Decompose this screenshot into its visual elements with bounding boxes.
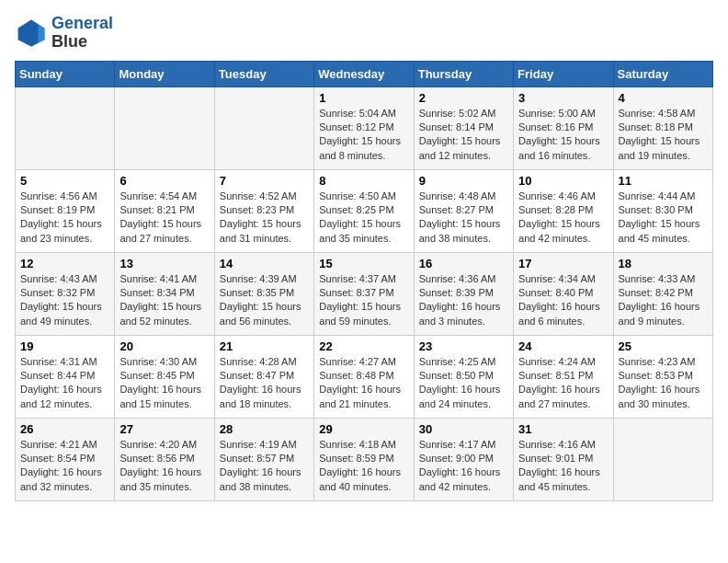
day-header-friday: Friday [514,61,613,86]
calendar-cell: 25Sunrise: 4:23 AM Sunset: 8:53 PM Dayli… [613,335,712,418]
day-info: Sunrise: 4:39 AM Sunset: 8:35 PM Dayligh… [220,272,309,329]
day-info: Sunrise: 5:02 AM Sunset: 8:14 PM Dayligh… [419,107,508,164]
calendar-cell: 1Sunrise: 5:04 AM Sunset: 8:12 PM Daylig… [314,86,414,169]
calendar-cell: 28Sunrise: 4:19 AM Sunset: 8:57 PM Dayli… [214,418,313,500]
day-number: 29 [319,422,408,436]
calendar-cell: 9Sunrise: 4:48 AM Sunset: 8:27 PM Daylig… [414,169,513,252]
day-info: Sunrise: 4:30 AM Sunset: 8:45 PM Dayligh… [119,355,209,412]
logo-icon [15,17,48,50]
day-header-thursday: Thursday [414,61,513,86]
day-number: 3 [518,91,608,105]
day-info: Sunrise: 4:46 AM Sunset: 8:28 PM Dayligh… [518,190,608,247]
day-info: Sunrise: 4:25 AM Sunset: 8:50 PM Dayligh… [419,355,508,412]
day-number: 19 [20,339,109,353]
day-info: Sunrise: 4:24 AM Sunset: 8:51 PM Dayligh… [518,355,608,412]
calendar-cell: 2Sunrise: 5:02 AM Sunset: 8:14 PM Daylig… [414,86,513,169]
day-info: Sunrise: 4:27 AM Sunset: 8:48 PM Dayligh… [319,355,408,412]
page-header: GeneralBlue [15,15,713,52]
calendar-cell: 18Sunrise: 4:33 AM Sunset: 8:42 PM Dayli… [613,252,712,335]
calendar-week-3: 12Sunrise: 4:43 AM Sunset: 8:32 PM Dayli… [16,252,713,335]
day-number: 17 [518,257,608,270]
day-number: 16 [419,257,508,270]
day-number: 25 [619,339,708,353]
calendar-cell: 10Sunrise: 4:46 AM Sunset: 8:28 PM Dayli… [514,169,613,252]
calendar-week-1: 1Sunrise: 5:04 AM Sunset: 8:12 PM Daylig… [16,86,713,169]
day-number: 11 [619,174,708,188]
logo-text: GeneralBlue [51,15,113,52]
calendar-cell: 17Sunrise: 4:34 AM Sunset: 8:40 PM Dayli… [514,252,613,335]
calendar-cell: 14Sunrise: 4:39 AM Sunset: 8:35 PM Dayli… [214,252,313,335]
calendar-cell: 24Sunrise: 4:24 AM Sunset: 8:51 PM Dayli… [514,335,613,418]
day-info: Sunrise: 4:36 AM Sunset: 8:39 PM Dayligh… [419,272,508,329]
day-number: 6 [119,174,209,188]
day-number: 18 [619,257,708,270]
day-number: 1 [319,91,408,105]
calendar-cell: 21Sunrise: 4:28 AM Sunset: 8:47 PM Dayli… [214,335,313,418]
calendar-cell: 29Sunrise: 4:18 AM Sunset: 8:59 PM Dayli… [314,418,414,500]
day-info: Sunrise: 4:50 AM Sunset: 8:25 PM Dayligh… [319,190,408,247]
calendar-cell: 19Sunrise: 4:31 AM Sunset: 8:44 PM Dayli… [16,335,115,418]
calendar-cell: 4Sunrise: 4:58 AM Sunset: 8:18 PM Daylig… [613,86,712,169]
calendar-cell: 7Sunrise: 4:52 AM Sunset: 8:23 PM Daylig… [214,169,313,252]
day-header-tuesday: Tuesday [214,61,313,86]
calendar-cell: 8Sunrise: 4:50 AM Sunset: 8:25 PM Daylig… [314,169,414,252]
day-number: 8 [319,174,408,188]
day-number: 7 [220,174,309,188]
day-info: Sunrise: 4:44 AM Sunset: 8:30 PM Dayligh… [619,190,708,247]
day-number: 5 [20,174,109,188]
day-info: Sunrise: 4:18 AM Sunset: 8:59 PM Dayligh… [319,438,408,495]
calendar-cell: 27Sunrise: 4:20 AM Sunset: 8:56 PM Dayli… [115,418,214,500]
calendar-cell: 12Sunrise: 4:43 AM Sunset: 8:32 PM Dayli… [16,252,115,335]
day-number: 31 [518,422,608,436]
calendar-cell: 13Sunrise: 4:41 AM Sunset: 8:34 PM Dayli… [115,252,214,335]
day-number: 22 [319,339,408,353]
day-info: Sunrise: 4:17 AM Sunset: 9:00 PM Dayligh… [419,438,508,495]
day-header-wednesday: Wednesday [314,61,414,86]
day-number: 26 [20,422,109,436]
day-number: 28 [220,422,309,436]
day-info: Sunrise: 4:23 AM Sunset: 8:53 PM Dayligh… [619,355,708,412]
calendar-cell: 6Sunrise: 4:54 AM Sunset: 8:21 PM Daylig… [115,169,214,252]
calendar-cell [115,86,214,169]
day-info: Sunrise: 4:33 AM Sunset: 8:42 PM Dayligh… [619,272,708,329]
calendar-week-5: 26Sunrise: 4:21 AM Sunset: 8:54 PM Dayli… [16,418,713,500]
day-number: 14 [220,257,309,270]
calendar-cell: 20Sunrise: 4:30 AM Sunset: 8:45 PM Dayli… [115,335,214,418]
day-number: 27 [119,422,209,436]
day-info: Sunrise: 4:52 AM Sunset: 8:23 PM Dayligh… [220,190,309,247]
day-info: Sunrise: 4:19 AM Sunset: 8:57 PM Dayligh… [220,438,309,495]
day-info: Sunrise: 4:37 AM Sunset: 8:37 PM Dayligh… [319,272,408,329]
logo: GeneralBlue [15,15,113,52]
calendar-table: SundayMondayTuesdayWednesdayThursdayFrid… [15,61,713,501]
day-info: Sunrise: 4:58 AM Sunset: 8:18 PM Dayligh… [619,107,708,164]
calendar-week-2: 5Sunrise: 4:56 AM Sunset: 8:19 PM Daylig… [16,169,713,252]
calendar-header-row: SundayMondayTuesdayWednesdayThursdayFrid… [16,61,713,86]
day-info: Sunrise: 4:34 AM Sunset: 8:40 PM Dayligh… [518,272,608,329]
calendar-cell: 5Sunrise: 4:56 AM Sunset: 8:19 PM Daylig… [16,169,115,252]
calendar-cell [214,86,313,169]
calendar-cell: 15Sunrise: 4:37 AM Sunset: 8:37 PM Dayli… [314,252,414,335]
day-number: 23 [419,339,508,353]
calendar-cell [613,418,712,500]
calendar-week-4: 19Sunrise: 4:31 AM Sunset: 8:44 PM Dayli… [16,335,713,418]
day-number: 2 [419,91,508,105]
day-number: 30 [419,422,508,436]
day-number: 10 [518,174,608,188]
day-number: 24 [518,339,608,353]
day-info: Sunrise: 4:48 AM Sunset: 8:27 PM Dayligh… [419,190,508,247]
calendar-cell: 11Sunrise: 4:44 AM Sunset: 8:30 PM Dayli… [613,169,712,252]
calendar-cell: 26Sunrise: 4:21 AM Sunset: 8:54 PM Dayli… [16,418,115,500]
day-info: Sunrise: 4:16 AM Sunset: 9:01 PM Dayligh… [518,438,608,495]
day-info: Sunrise: 4:43 AM Sunset: 8:32 PM Dayligh… [20,272,109,329]
day-number: 20 [119,339,209,353]
day-number: 21 [220,339,309,353]
day-info: Sunrise: 4:56 AM Sunset: 8:19 PM Dayligh… [20,190,109,247]
day-info: Sunrise: 4:21 AM Sunset: 8:54 PM Dayligh… [20,438,109,495]
day-info: Sunrise: 5:04 AM Sunset: 8:12 PM Dayligh… [319,107,408,164]
svg-marker-2 [25,19,38,46]
day-info: Sunrise: 4:28 AM Sunset: 8:47 PM Dayligh… [220,355,309,412]
calendar-cell: 23Sunrise: 4:25 AM Sunset: 8:50 PM Dayli… [414,335,513,418]
day-number: 9 [419,174,508,188]
calendar-cell [16,86,115,169]
day-info: Sunrise: 4:54 AM Sunset: 8:21 PM Dayligh… [119,190,209,247]
